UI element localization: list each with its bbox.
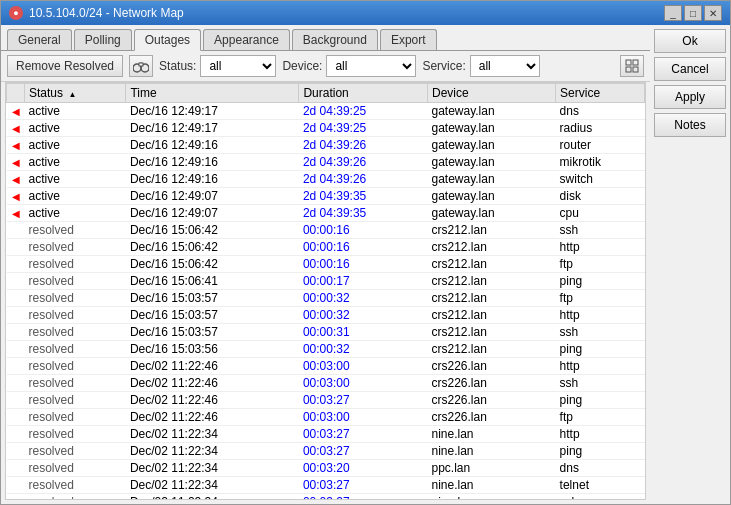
row-device: crs226.lan [427,392,555,409]
tab-appearance[interactable]: Appearance [203,29,290,50]
row-service: ping [556,273,645,290]
row-device: crs212.lan [427,341,555,358]
row-service: ssh [556,375,645,392]
row-status: resolved [25,477,126,494]
row-service: dns [556,460,645,477]
table-row: resolvedDec/02 11:22:3400:03:27nine.lant… [7,477,645,494]
device-label: Device: [282,59,322,73]
tab-export[interactable]: Export [380,29,437,50]
row-status: active [25,205,126,222]
ok-button[interactable]: Ok [654,29,726,53]
remove-resolved-button[interactable]: Remove Resolved [7,55,123,77]
outages-table: Status ▲ Time Duration Device Service ◀a… [6,83,645,500]
row-status: active [25,120,126,137]
row-status: resolved [25,341,126,358]
tab-general[interactable]: General [7,29,72,50]
content-area: General Polling Outages Appearance Backg… [1,25,730,504]
table-row: resolvedDec/16 15:03:5600:00:32crs212.la… [7,341,645,358]
row-status: resolved [25,273,126,290]
table-row: resolvedDec/02 11:22:3400:03:27nine.lanp… [7,443,645,460]
row-device: gateway.lan [427,188,555,205]
table-row: ◀activeDec/16 12:49:172d 04:39:25gateway… [7,103,645,120]
col-status[interactable]: Status ▲ [25,84,126,103]
tab-outages[interactable]: Outages [134,29,201,51]
row-duration: 00:00:32 [299,307,428,324]
col-duration[interactable]: Duration [299,84,428,103]
row-flag [7,256,25,273]
row-device: crs212.lan [427,290,555,307]
row-duration: 00:03:27 [299,477,428,494]
row-flag: ◀ [7,154,25,171]
window-controls: _ □ ✕ [664,5,722,21]
row-device: nine.lan [427,426,555,443]
maximize-button[interactable]: □ [684,5,702,21]
row-device: gateway.lan [427,171,555,188]
table-row: ◀activeDec/16 12:49:162d 04:39:26gateway… [7,154,645,171]
svg-rect-4 [633,60,638,65]
main-window: ● 10.5.104.0/24 - Network Map _ □ ✕ Gene… [0,0,731,505]
table-row: ◀activeDec/16 12:49:172d 04:39:25gateway… [7,120,645,137]
row-flag [7,307,25,324]
close-button[interactable]: ✕ [704,5,722,21]
row-device: crs226.lan [427,409,555,426]
row-duration: 00:03:27 [299,443,428,460]
row-status: resolved [25,409,126,426]
svg-rect-5 [626,67,631,72]
row-time: Dec/16 12:49:07 [126,188,299,205]
search-button[interactable] [129,55,153,77]
col-flag [7,84,25,103]
status-select[interactable]: all active resolved [200,55,276,77]
table-row: resolvedDec/02 11:22:4600:03:27crs226.la… [7,392,645,409]
row-status: resolved [25,375,126,392]
row-time: Dec/02 11:22:46 [126,392,299,409]
notes-button[interactable]: Notes [654,113,726,137]
table-row: resolvedDec/16 15:03:5700:00:32crs212.la… [7,307,645,324]
row-status: resolved [25,460,126,477]
tab-bar: General Polling Outages Appearance Backg… [1,25,650,51]
row-status: active [25,103,126,120]
col-service[interactable]: Service [556,84,645,103]
col-device[interactable]: Device [427,84,555,103]
row-time: Dec/16 12:49:16 [126,137,299,154]
device-select[interactable]: all [326,55,416,77]
cancel-button[interactable]: Cancel [654,57,726,81]
apply-button[interactable]: Apply [654,85,726,109]
row-time: Dec/16 12:49:17 [126,103,299,120]
table-row: resolvedDec/16 15:06:4100:00:17crs212.la… [7,273,645,290]
col-time[interactable]: Time [126,84,299,103]
row-time: Dec/16 15:06:41 [126,273,299,290]
row-time: Dec/16 15:06:42 [126,256,299,273]
row-time: Dec/16 12:49:16 [126,154,299,171]
table-row: resolvedDec/02 11:22:4600:03:00crs226.la… [7,375,645,392]
row-service: telnet [556,477,645,494]
view-options-button[interactable] [620,55,644,77]
row-duration: 2d 04:39:35 [299,205,428,222]
main-panel: General Polling Outages Appearance Backg… [1,25,650,504]
outages-table-container[interactable]: Status ▲ Time Duration Device Service ◀a… [5,82,646,500]
toolbar: Remove Resolved Status: all active resol… [1,51,650,82]
service-filter: Service: all [422,55,539,77]
tab-background[interactable]: Background [292,29,378,50]
row-service: ssh [556,494,645,501]
row-device: nine.lan [427,494,555,501]
row-device: gateway.lan [427,120,555,137]
row-service: ftp [556,409,645,426]
row-duration: 00:03:00 [299,358,428,375]
row-duration: 00:00:16 [299,222,428,239]
service-select[interactable]: all [470,55,540,77]
minimize-button[interactable]: _ [664,5,682,21]
row-status: resolved [25,324,126,341]
row-duration: 00:03:20 [299,460,428,477]
row-time: Dec/16 15:03:56 [126,341,299,358]
row-duration: 00:00:17 [299,273,428,290]
row-flag [7,375,25,392]
row-flag [7,341,25,358]
row-duration: 00:00:16 [299,239,428,256]
table-row: resolvedDec/02 11:22:3400:03:27nine.lanh… [7,426,645,443]
row-duration: 2d 04:39:26 [299,171,428,188]
row-flag [7,290,25,307]
row-device: gateway.lan [427,205,555,222]
tab-polling[interactable]: Polling [74,29,132,50]
table-row: resolvedDec/16 15:03:5700:00:32crs212.la… [7,290,645,307]
title-bar: ● 10.5.104.0/24 - Network Map _ □ ✕ [1,1,730,25]
